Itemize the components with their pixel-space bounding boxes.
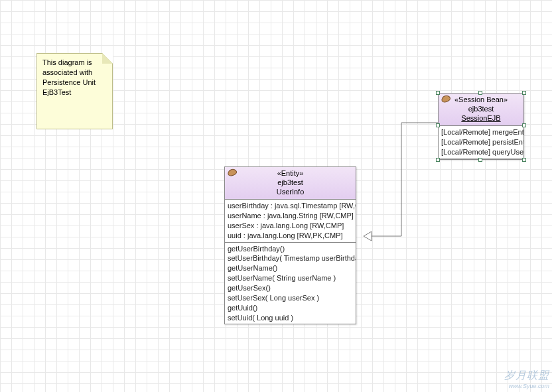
- operations-section: [Local/Remote] mergeEntity [Local/Remote…: [439, 126, 523, 159]
- attr: userSex : java.lang.Long [RW,CMP]: [228, 221, 353, 231]
- stereotype-label: «Entity»: [228, 169, 353, 178]
- op: [Local/Remote] persistEntity: [441, 137, 521, 147]
- resize-handle[interactable]: [436, 91, 440, 95]
- resize-handle[interactable]: [436, 158, 440, 162]
- resize-handle[interactable]: [522, 158, 526, 162]
- watermark-title: 岁月联盟: [504, 369, 549, 381]
- op: getUserName(): [228, 263, 353, 273]
- op: setUuid( Long uuid ): [228, 313, 353, 323]
- op: [Local/Remote] mergeEntity: [441, 127, 521, 137]
- diagram-note[interactable]: This diagram is associated with Persiste…: [36, 53, 113, 129]
- resize-handle[interactable]: [522, 123, 526, 127]
- class-name: SessionEJB: [441, 114, 521, 123]
- stereotype-label: «Session Bean»: [441, 96, 521, 105]
- attr: uuid : java.lang.Long [RW,PK,CMP]: [228, 231, 353, 241]
- uml-header: «Session Bean» ejb3test SessionEJB: [439, 94, 523, 126]
- watermark-url: www.Syue.com: [504, 383, 549, 389]
- op: setUserSex( Long userSex ): [228, 293, 353, 303]
- resize-handle[interactable]: [522, 91, 526, 95]
- op: getUuid(): [228, 303, 353, 313]
- attr: userBirthday : java.sql.Timestamp [RW,CM…: [228, 201, 353, 211]
- resize-handle[interactable]: [436, 123, 440, 127]
- op: setUserBirthday( Timestamp userBirthday …: [228, 253, 353, 263]
- package-label: ejb3test: [441, 105, 521, 114]
- op: getUserBirthday(): [228, 244, 353, 254]
- op: [Local/Remote] queryUserInfo: [441, 147, 521, 157]
- uml-session-sessionejb[interactable]: «Session Bean» ejb3test SessionEJB [Loca…: [438, 93, 524, 160]
- uml-header: «Entity» ejb3test UserInfo: [225, 167, 356, 200]
- attr: userName : java.lang.String [RW,CMP]: [228, 211, 353, 221]
- uml-entity-userinfo[interactable]: «Entity» ejb3test UserInfo userBirthday …: [224, 166, 356, 324]
- attributes-section: userBirthday : java.sql.Timestamp [RW,CM…: [225, 200, 356, 242]
- package-label: ejb3test: [228, 178, 353, 188]
- note-text: This diagram is associated with Persiste…: [42, 58, 96, 96]
- resize-handle[interactable]: [478, 91, 482, 95]
- resize-handle[interactable]: [478, 158, 482, 162]
- op: getUserSex(): [228, 283, 353, 293]
- watermark: 岁月联盟 www.Syue.com: [504, 369, 549, 389]
- op: setUserName( String userName ): [228, 273, 353, 283]
- operations-section: getUserBirthday() setUserBirthday( Times…: [225, 243, 356, 324]
- class-name: UserInfo: [228, 188, 353, 197]
